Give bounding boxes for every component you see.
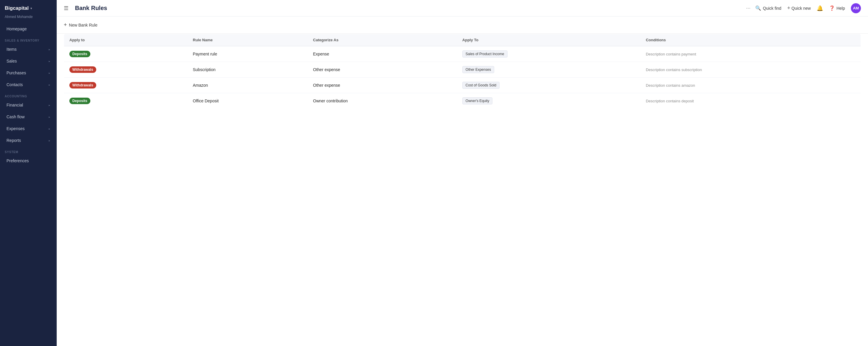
sidebar-item-label: Cash flow [6, 114, 25, 119]
action-bar: + New Bank Rule [57, 16, 868, 34]
col-header-rule-name: Rule Name [187, 34, 308, 46]
quick-new-label: Quick new [792, 6, 811, 11]
chevron-right-icon: ▸ [49, 71, 50, 75]
col-header-conditions: Conditions [640, 34, 861, 46]
apply-to-tag: Other Expenses [462, 66, 494, 73]
chevron-right-icon: ▸ [49, 104, 50, 107]
sidebar-item-label: Financial [6, 103, 23, 107]
brand-name: Bigcapital [5, 5, 29, 11]
cell-categorize-as: Expense [308, 46, 457, 62]
sidebar-item-label: Items [6, 47, 17, 51]
topbar: ☰ Bank Rules ··· 🔍 Quick find + Quick ne… [57, 0, 868, 16]
notification-bell-icon[interactable]: 🔔 [817, 5, 823, 11]
quick-new-button[interactable]: + Quick new [787, 5, 811, 11]
chevron-right-icon: ▸ [49, 115, 50, 118]
bank-rules-table: Apply to Rule Name Categorize As Apply T… [64, 34, 861, 109]
chevron-right-icon: ▸ [49, 48, 50, 51]
avatar[interactable]: AM [851, 3, 861, 13]
cell-rule-name: Subscription [187, 62, 308, 77]
help-circle-icon: ❓ [829, 5, 835, 11]
cell-categorize-as: Other expense [308, 77, 457, 93]
cell-categorize-as: Owner contribution [308, 93, 457, 109]
brand-logo[interactable]: Bigcapital ▾ [0, 0, 57, 14]
table-row[interactable]: Withdrawals Subscription Other expense O… [64, 62, 861, 77]
sidebar-item-label: Purchases [6, 70, 26, 75]
sidebar-item-reports[interactable]: Reports ▸ [2, 135, 55, 146]
page-content: + New Bank Rule Apply to Rule Name Categ… [57, 16, 868, 346]
condition-text: Description contains payment [646, 52, 696, 56]
quick-find-label: Quick find [763, 6, 781, 11]
cell-categorize-as: Other expense [308, 62, 457, 77]
chevron-right-icon: ▸ [49, 60, 50, 63]
sidebar-item-purchases[interactable]: Purchases ▸ [2, 67, 55, 78]
sidebar-item-financial[interactable]: Financial ▸ [2, 99, 55, 111]
sidebar: Bigcapital ▾ Ahmed Mohamde Homepage SALE… [0, 0, 57, 346]
cell-conditions: Description contains payment [640, 46, 861, 62]
cell-conditions: Description contains amazon [640, 77, 861, 93]
hamburger-icon[interactable]: ☰ [64, 5, 68, 11]
cell-apply-to-value: Cost of Goods Sold [457, 77, 641, 93]
condition-text: Description contains subscription [646, 68, 702, 72]
sidebar-item-cashflow[interactable]: Cash flow ▸ [2, 111, 55, 123]
cell-conditions: Description contains subscription [640, 62, 861, 77]
sidebar-item-label: Reports [6, 138, 21, 143]
chevron-right-icon: ▸ [49, 83, 50, 86]
new-rule-label: New Bank Rule [69, 23, 98, 28]
search-icon: 🔍 [755, 5, 761, 11]
sidebar-section-sales-inventory: SALES & INVENTORY [0, 35, 57, 43]
condition-text: Description contains deposit [646, 99, 694, 103]
help-button[interactable]: ❓ Help [829, 5, 845, 11]
table-header-row: Apply to Rule Name Categorize As Apply T… [64, 34, 861, 46]
sidebar-item-label: Contacts [6, 82, 23, 87]
main-content: ☰ Bank Rules ··· 🔍 Quick find + Quick ne… [57, 0, 868, 346]
cell-apply-to: Deposits [64, 93, 188, 109]
cell-rule-name: Amazon [187, 77, 308, 93]
apply-to-tag: Cost of Goods Sold [462, 82, 500, 89]
apply-to-badge: Deposits [69, 98, 90, 104]
apply-to-badge: Withdrawals [69, 66, 96, 73]
sidebar-item-label: Homepage [6, 27, 27, 31]
cell-apply-to-value: Owner's Equity [457, 93, 641, 109]
apply-to-badge: Deposits [69, 51, 90, 57]
cell-apply-to: Withdrawals [64, 77, 188, 93]
help-label: Help [836, 6, 845, 11]
cell-apply-to-value: Other Expenses [457, 62, 641, 77]
sidebar-item-homepage[interactable]: Homepage [2, 23, 55, 35]
chevron-right-icon: ▸ [49, 139, 50, 142]
table-row[interactable]: Withdrawals Amazon Other expense Cost of… [64, 77, 861, 93]
col-header-apply-to: Apply to [64, 34, 188, 46]
brand-chevron-icon: ▾ [30, 6, 32, 10]
cell-rule-name: Office Deposit [187, 93, 308, 109]
sidebar-item-label: Expenses [6, 126, 25, 131]
apply-to-badge: Withdrawals [69, 82, 96, 89]
sidebar-user: Ahmed Mohamde [0, 14, 57, 23]
sidebar-item-label: Preferences [6, 159, 29, 163]
bank-rules-table-container: Apply to Rule Name Categorize As Apply T… [57, 34, 868, 116]
cell-apply-to-value: Sales of Product Income [457, 46, 641, 62]
condition-text: Description contains amazon [646, 83, 695, 88]
plus-icon: + [64, 22, 67, 28]
cell-conditions: Description contains deposit [640, 93, 861, 109]
sidebar-item-contacts[interactable]: Contacts ▸ [2, 79, 55, 90]
col-header-categorize-as: Categorize As [308, 34, 457, 46]
sidebar-item-expenses[interactable]: Expenses ▸ [2, 123, 55, 134]
table-row[interactable]: Deposits Payment rule Expense Sales of P… [64, 46, 861, 62]
plus-icon: + [787, 5, 790, 11]
apply-to-tag: Sales of Product Income [462, 50, 507, 58]
apply-to-tag: Owner's Equity [462, 97, 492, 104]
sidebar-section-system: SYSTEM [0, 146, 57, 155]
quick-find-button[interactable]: 🔍 Quick find [755, 5, 781, 11]
col-header-apply-to-col: Apply To [457, 34, 641, 46]
new-bank-rule-button[interactable]: + New Bank Rule [64, 22, 97, 28]
cell-apply-to: Deposits [64, 46, 188, 62]
sidebar-item-preferences[interactable]: Preferences [2, 155, 55, 166]
sidebar-item-items[interactable]: Items ▸ [2, 44, 55, 55]
sidebar-item-sales[interactable]: Sales ▸ [2, 56, 55, 67]
sidebar-item-label: Sales [6, 59, 17, 63]
cell-apply-to: Withdrawals [64, 62, 188, 77]
topbar-actions: 🔍 Quick find + Quick new 🔔 ❓ Help AM [755, 3, 861, 13]
chevron-right-icon: ▸ [49, 127, 50, 130]
table-row[interactable]: Deposits Office Deposit Owner contributi… [64, 93, 861, 109]
more-options-icon[interactable]: ··· [746, 5, 750, 11]
page-title: Bank Rules [75, 5, 740, 11]
